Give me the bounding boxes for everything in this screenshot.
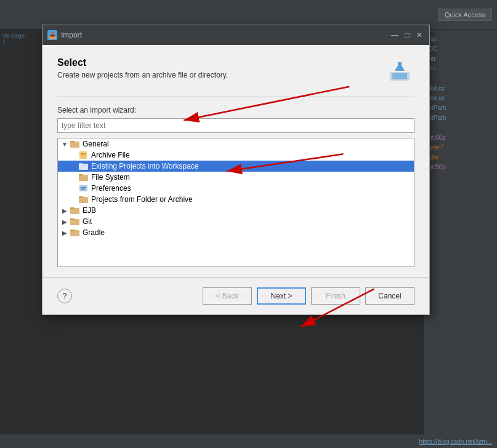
tree-item-file-system[interactable]: File System xyxy=(58,172,414,183)
expander-general: ▼ xyxy=(60,140,69,148)
tree-item-projects-from-folder[interactable]: Projects from Folder or Archive xyxy=(58,194,414,205)
svg-rect-6 xyxy=(70,141,75,142)
tree-item-archive-label: Archive File xyxy=(91,151,130,159)
filter-input[interactable] xyxy=(57,118,414,133)
tree-item-existing-projects[interactable]: Existing Projects into Workspace xyxy=(58,161,414,172)
close-button[interactable]: ✕ xyxy=(414,30,424,40)
svg-rect-9 xyxy=(81,154,86,155)
dialog-header: Select Create new projects from an archi… xyxy=(57,57,414,87)
ide-statusbar: https://blog.csdn.net/lizm... xyxy=(0,434,497,448)
dialog-footer: ? < Back Next > Finish Cancel xyxy=(42,277,429,314)
svg-rect-21 xyxy=(70,207,75,209)
expander-ejb: ▶ xyxy=(60,206,69,215)
cancel-button[interactable]: Cancel xyxy=(365,287,414,305)
folder-icon-existing xyxy=(79,162,89,170)
tree-item-general[interactable]: ▼ General xyxy=(58,138,414,150)
dialog-subtitle: Create new projects from an archive file… xyxy=(57,71,385,79)
folder-icon-git xyxy=(70,217,80,226)
folder-icon-ejb xyxy=(70,206,80,215)
side-text-est2: est.cc xyxy=(429,95,445,102)
icon-preferences xyxy=(79,184,89,193)
svg-rect-12 xyxy=(79,163,83,164)
dialog-header-icon xyxy=(385,57,414,87)
svg-rect-15 xyxy=(79,185,87,191)
side-text-ht1: ht:60p xyxy=(429,134,446,141)
expander-projects-folder xyxy=(69,195,78,204)
expander-gradle: ▶ xyxy=(60,228,69,237)
file-icon-archive xyxy=(79,151,89,159)
tree-item-preferences-label: Preferences xyxy=(91,184,131,193)
expander-preferences xyxy=(69,184,78,193)
ide-side-text: jsp DC htr <> est.cc est.cc xtPath xtPat… xyxy=(429,34,492,172)
button-group: < Back Next > Finish Cancel xyxy=(203,287,414,305)
expander-git: ▶ xyxy=(60,217,69,226)
folder-icon-gradle xyxy=(70,228,80,237)
maximize-button[interactable]: □ xyxy=(402,30,412,40)
svg-rect-8 xyxy=(81,153,86,154)
header-separator xyxy=(57,97,414,97)
side-text-est1: est.cc xyxy=(429,85,445,92)
side-text-style: tyle=' xyxy=(429,144,443,151)
dialog-title-text: Import xyxy=(61,31,390,39)
svg-rect-17 xyxy=(81,189,85,190)
svg-rect-18 xyxy=(79,197,88,203)
svg-rect-3 xyxy=(398,62,402,71)
svg-rect-1 xyxy=(392,73,407,79)
tree-item-ejb-label: EJB xyxy=(83,206,96,215)
svg-rect-20 xyxy=(70,208,79,214)
expander-archive xyxy=(69,151,78,159)
svg-rect-23 xyxy=(70,218,75,220)
dialog-title-icon: 📥 xyxy=(47,30,57,40)
expander-filesystem xyxy=(69,173,78,182)
svg-rect-13 xyxy=(79,175,88,181)
dialog-header-text: Select Create new projects from an archi… xyxy=(57,57,385,79)
dialog-main-title: Select xyxy=(57,57,385,68)
folder-icon-filesystem xyxy=(79,173,89,182)
svg-rect-19 xyxy=(79,196,83,198)
tree-item-git-label: Git xyxy=(83,217,92,226)
titlebar-controls: — □ ✕ xyxy=(390,30,424,40)
side-text-ht2: ht:50p xyxy=(429,164,446,170)
next-button[interactable]: Next > xyxy=(257,287,306,305)
status-url[interactable]: https://blog.csdn.net/lizm... xyxy=(419,438,492,445)
tree-item-filesystem-label: File System xyxy=(91,173,130,182)
finish-button[interactable]: Finish xyxy=(311,287,360,305)
tree-list[interactable]: ▼ General Archive File xyxy=(57,138,414,267)
side-text-path1: xtPath xyxy=(429,105,446,111)
wizard-label: Select an import wizard: xyxy=(57,106,414,114)
dialog-titlebar: 📥 Import — □ ✕ xyxy=(42,25,429,45)
tree-item-gradle[interactable]: ▶ Gradle xyxy=(58,227,414,238)
tree-item-projects-folder-label: Projects from Folder or Archive xyxy=(91,195,193,204)
folder-icon-projects-from-folder xyxy=(79,195,89,204)
side-text-path2: xtPath xyxy=(429,114,446,121)
tree-item-existing-label: Existing Projects into Workspace xyxy=(91,162,199,170)
quick-access-button[interactable]: Quick Access xyxy=(438,9,492,21)
svg-rect-10 xyxy=(81,156,84,156)
tree-item-archive-file[interactable]: Archive File xyxy=(58,150,414,161)
back-button[interactable]: < Back xyxy=(203,287,252,305)
help-button[interactable]: ? xyxy=(57,289,72,303)
tree-item-preferences[interactable]: Preferences xyxy=(58,183,414,194)
svg-rect-22 xyxy=(70,219,79,225)
dialog-content: Select Create new projects from an archi… xyxy=(42,45,429,277)
svg-rect-24 xyxy=(70,230,79,236)
tree-item-git[interactable]: ▶ Git xyxy=(58,216,414,227)
svg-rect-16 xyxy=(81,187,86,188)
tree-item-ejb[interactable]: ▶ EJB xyxy=(58,205,414,216)
minimize-button[interactable]: — xyxy=(390,30,400,40)
tree-item-general-label: General xyxy=(83,140,109,148)
svg-rect-25 xyxy=(70,230,75,231)
folder-icon-general xyxy=(70,140,80,148)
side-text-title: title: xyxy=(429,154,440,161)
import-dialog: 📥 Import — □ ✕ Select Create new project… xyxy=(42,25,430,315)
expander-existing xyxy=(69,162,78,170)
ide-side-panel: jsp DC htr <> est.cc est.cc xtPath xtPat… xyxy=(423,30,497,448)
svg-rect-14 xyxy=(79,174,83,175)
import-icon-svg xyxy=(387,60,412,84)
svg-rect-11 xyxy=(79,164,88,170)
tree-item-gradle-label: Gradle xyxy=(83,228,105,237)
